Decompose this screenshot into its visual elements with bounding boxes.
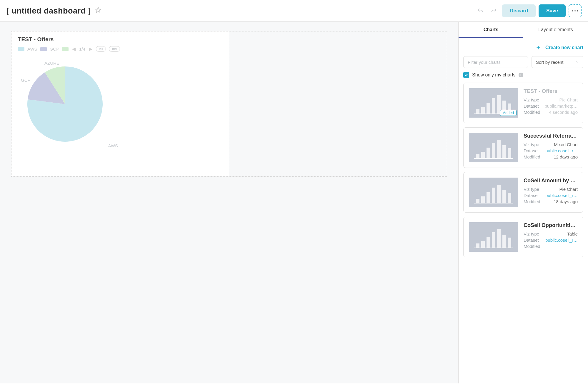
added-badge: Added xyxy=(500,110,517,116)
chart-item-title: CoSell Opportunities… xyxy=(524,222,578,228)
svg-marker-0 xyxy=(96,7,101,12)
header: [ untitled dashboard ] Discard Save xyxy=(0,0,588,22)
meta-key-modified: Modified xyxy=(524,154,540,159)
show-only-my-charts-label: Show only my charts xyxy=(472,72,516,78)
legend-pager: 1/4 xyxy=(79,46,85,51)
meta-key-viztype: Viz type xyxy=(524,97,539,102)
meta-val-viztype: Pie Chart xyxy=(559,97,578,102)
meta-key-modified: Modified xyxy=(524,110,540,115)
chart-item-title: CoSell Amount by P… xyxy=(524,178,578,184)
chevron-down-icon xyxy=(575,60,579,65)
pie-chart: AZURE GCP AWS xyxy=(27,58,103,149)
pie-label-aws: AWS xyxy=(108,143,118,148)
meta-key-dataset: Dataset xyxy=(524,238,539,243)
meta-val-modified: 4 seconds ago xyxy=(549,110,578,115)
chart-thumbnail xyxy=(469,133,518,162)
chart-list-item[interactable]: Added TEST - Offers Viz type Pie Chart D… xyxy=(463,83,583,123)
chart-card[interactable]: TEST - Offers AWS GCP ◀ 1/4 ▶ All Inv AZ… xyxy=(11,31,229,176)
filter-charts-input[interactable] xyxy=(463,56,528,68)
create-new-chart-button[interactable]: ＋ Create new chart xyxy=(463,44,583,51)
undo-icon[interactable] xyxy=(475,6,486,16)
sort-select-label: Sort by recent xyxy=(536,60,563,65)
legend-swatch-azure xyxy=(62,47,69,51)
meta-val-dataset[interactable]: public.cosell_r… xyxy=(545,148,578,153)
sort-select[interactable]: Sort by recent xyxy=(532,56,583,68)
tab-layout-elements[interactable]: Layout elements xyxy=(523,22,588,38)
chart-list-item[interactable]: CoSell Opportunities… Viz type Table Dat… xyxy=(463,217,583,257)
chevron-left-icon[interactable]: ◀ xyxy=(71,46,76,52)
meta-val-dataset[interactable]: public.cosell_r… xyxy=(545,238,578,243)
star-icon[interactable] xyxy=(95,7,101,15)
meta-val-viztype: Table xyxy=(567,231,578,236)
legend-all-button[interactable]: All xyxy=(96,46,106,52)
dashboard-canvas[interactable]: TEST - Offers AWS GCP ◀ 1/4 ▶ All Inv AZ… xyxy=(0,22,459,383)
chart-thumbnail xyxy=(469,178,518,207)
legend-swatch-gcp xyxy=(40,47,47,51)
meta-key-dataset: Dataset xyxy=(524,193,539,198)
meta-val-modified: 18 days ago xyxy=(554,199,578,204)
drop-zone[interactable]: TEST - Offers AWS GCP ◀ 1/4 ▶ All Inv AZ… xyxy=(11,31,447,177)
pie-label-gcp: GCP xyxy=(21,78,31,83)
meta-val-viztype: Mixed Chart xyxy=(554,142,578,147)
tab-charts[interactable]: Charts xyxy=(459,22,523,38)
save-button[interactable]: Save xyxy=(539,4,566,17)
dashboard-title[interactable]: [ untitled dashboard ] xyxy=(6,6,91,16)
chart-list: Added TEST - Offers Viz type Pie Chart D… xyxy=(463,83,583,257)
chart-item-title: Successful Referrals… xyxy=(524,133,578,139)
legend-swatch-aws xyxy=(18,47,24,51)
side-tabs: Charts Layout elements xyxy=(459,22,588,38)
chevron-right-icon[interactable]: ▶ xyxy=(88,46,93,52)
chart-title: TEST - Offers xyxy=(18,36,222,43)
meta-val-viztype: Pie Chart xyxy=(559,187,578,192)
chart-list-item[interactable]: CoSell Amount by P… Viz type Pie Chart D… xyxy=(463,172,583,213)
side-panel: Charts Layout elements ＋ Create new char… xyxy=(459,22,588,383)
meta-key-viztype: Viz type xyxy=(524,231,539,236)
meta-key-modified: Modified xyxy=(524,199,540,204)
create-new-chart-label: Create new chart xyxy=(545,45,583,50)
chart-thumbnail xyxy=(469,222,518,252)
meta-val-dataset[interactable]: public.cosell_r… xyxy=(545,193,578,198)
meta-key-dataset: Dataset xyxy=(524,148,539,153)
discard-button[interactable]: Discard xyxy=(502,4,536,17)
chart-thumbnail: Added xyxy=(469,88,518,118)
redo-icon[interactable] xyxy=(489,6,499,16)
meta-key-viztype: Viz type xyxy=(524,142,539,147)
meta-val-modified: 12 days ago xyxy=(554,154,578,159)
meta-key-modified: Modified xyxy=(524,244,540,249)
legend-inv-button[interactable]: Inv xyxy=(109,46,120,52)
chart-item-title: TEST - Offers xyxy=(524,88,578,94)
meta-key-viztype: Viz type xyxy=(524,187,539,192)
chart-legend: AWS GCP ◀ 1/4 ▶ All Inv xyxy=(18,46,222,52)
legend-label: AWS xyxy=(27,46,37,51)
show-only-my-charts-checkbox[interactable] xyxy=(463,72,469,78)
more-options-button[interactable] xyxy=(569,4,582,17)
legend-label: GCP xyxy=(50,46,59,51)
meta-val-dataset[interactable]: public.marketp… xyxy=(544,103,578,108)
meta-key-dataset: Dataset xyxy=(524,103,539,108)
chart-list-item[interactable]: Successful Referrals… Viz type Mixed Cha… xyxy=(463,127,583,168)
plus-icon: ＋ xyxy=(535,44,541,51)
info-icon[interactable]: i xyxy=(519,73,523,77)
pie-label-azure: AZURE xyxy=(44,61,59,66)
